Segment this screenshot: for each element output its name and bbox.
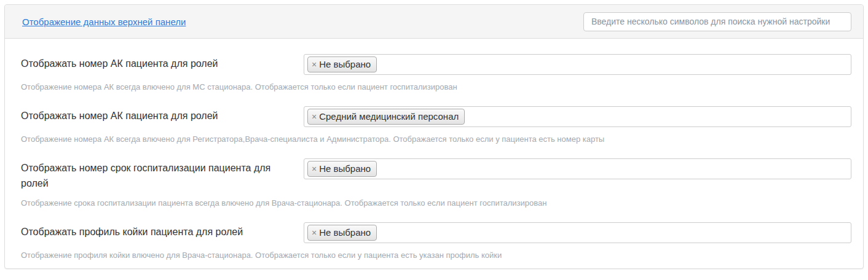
- top-panel-settings-link[interactable]: Отображение данных верхней панели: [22, 17, 186, 27]
- roles-select[interactable]: ×Не выбрано: [304, 158, 851, 179]
- remove-tag-icon[interactable]: ×: [312, 112, 317, 121]
- remove-tag-icon[interactable]: ×: [312, 165, 317, 173]
- setting-label: Отображать номер срок госпитализации пац…: [21, 158, 304, 191]
- setting-row-ak-number-2: Отображать номер АК пациента для ролей ×…: [21, 106, 851, 127]
- settings-list: Отображать номер АК пациента для ролей ×…: [5, 39, 863, 260]
- selected-tag: ×Средний медицинский персонал: [307, 109, 465, 125]
- setting-row-bed-profile: Отображать профиль койки пациента для ро…: [21, 222, 851, 243]
- roles-select[interactable]: ×Средний медицинский персонал: [304, 106, 851, 127]
- setting-hint: Отображение номера АК всегда влючено для…: [21, 82, 851, 92]
- roles-select[interactable]: ×Не выбрано: [304, 222, 851, 243]
- settings-search-input[interactable]: [583, 12, 851, 31]
- setting-hint: Отображение профиля койки влючено для Вр…: [21, 250, 851, 260]
- setting-label: Отображать номер АК пациента для ролей: [21, 54, 304, 71]
- selected-tag: ×Не выбрано: [307, 225, 377, 241]
- setting-label: Отображать номер АК пациента для ролей: [21, 106, 304, 123]
- remove-tag-icon[interactable]: ×: [312, 60, 317, 69]
- settings-panel: Отображение данных верхней панели Отобра…: [4, 4, 864, 269]
- selected-tag-label: Средний медицинский персонал: [319, 110, 459, 123]
- selected-tag: ×Не выбрано: [307, 161, 377, 177]
- setting-hint: Отображение номера АК всегда влючено для…: [21, 134, 851, 144]
- panel-header: Отображение данных верхней панели: [5, 5, 863, 39]
- setting-hint: Отображение срока госпитализации пациент…: [21, 198, 851, 208]
- setting-label: Отображать профиль койки пациента для ро…: [21, 222, 304, 239]
- setting-row-hospitalization-term: Отображать номер срок госпитализации пац…: [21, 158, 851, 191]
- selected-tag-label: Не выбрано: [319, 58, 371, 71]
- remove-tag-icon[interactable]: ×: [312, 228, 317, 237]
- roles-select[interactable]: ×Не выбрано: [304, 54, 851, 75]
- setting-row-ak-number-1: Отображать номер АК пациента для ролей ×…: [21, 54, 851, 75]
- selected-tag-label: Не выбрано: [319, 162, 371, 175]
- selected-tag-label: Не выбрано: [319, 226, 371, 239]
- selected-tag: ×Не выбрано: [307, 56, 377, 72]
